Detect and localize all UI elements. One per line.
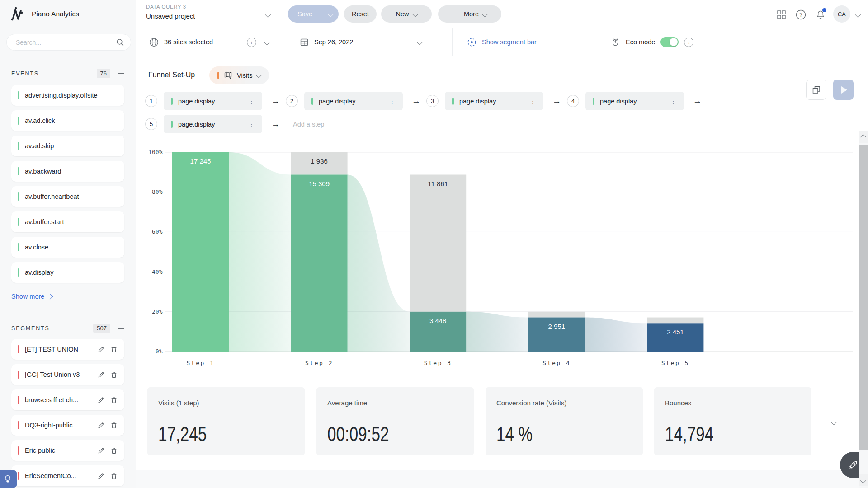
funnel-drop-step-3[interactable] <box>410 175 466 312</box>
funnel-bar-step-2[interactable] <box>291 175 348 352</box>
duplicate-funnel-button[interactable] <box>806 80 826 100</box>
metric-selector[interactable]: Visits <box>209 66 269 84</box>
date-picker[interactable]: Sep 26, 2022 <box>300 28 353 56</box>
event-list-item[interactable]: av.backward <box>11 161 124 182</box>
delete-trash-icon[interactable] <box>110 345 118 353</box>
user-avatar[interactable]: CA <box>833 5 850 23</box>
segment-list-item[interactable]: [GC] Test Union v3 <box>11 364 124 385</box>
segment-list-item[interactable]: [ET] TEST UNION <box>11 339 124 360</box>
event-color-bar <box>18 268 19 277</box>
event-list-item[interactable]: av.buffer.heartbeat <box>11 186 124 207</box>
eco-plant-icon <box>610 37 620 47</box>
edit-pencil-icon[interactable] <box>97 421 105 429</box>
arrow-right-icon: → <box>552 96 561 106</box>
bar-value-label: 15 309 <box>309 180 330 188</box>
brand-name: Piano Analytics <box>32 10 79 18</box>
kebab-menu-icon[interactable]: ⋮ <box>246 120 257 128</box>
hints-lightbulb-button[interactable] <box>0 470 17 488</box>
eco-mode-label: Eco mode <box>626 38 655 46</box>
edit-pencil-icon[interactable] <box>97 446 105 455</box>
event-list-item[interactable]: av.ad.skip <box>11 136 124 156</box>
search-box[interactable] <box>6 34 131 51</box>
edit-pencil-icon[interactable] <box>97 371 105 379</box>
x-axis-label: Step 2 <box>305 360 333 366</box>
scroll-down-button[interactable] <box>859 474 868 486</box>
segment-list-item[interactable]: Eric public <box>11 440 124 461</box>
kpi-label: Conversion rate (Visits) <box>496 399 567 407</box>
segment-list-item[interactable]: EricSegmentCo... <box>11 465 124 486</box>
funnel-drop-step-5[interactable] <box>647 318 703 324</box>
help-button[interactable]: ? <box>795 9 806 20</box>
run-funnel-button[interactable] <box>833 80 854 100</box>
step-color-bar <box>452 98 454 105</box>
date-label: Sep 26, 2022 <box>314 38 353 46</box>
funnel-step-chip[interactable]: page.display ⋮ <box>164 115 262 133</box>
kebab-menu-icon[interactable]: ⋮ <box>528 97 538 105</box>
event-list-item[interactable]: av.buffer.start <box>11 211 124 232</box>
save-button[interactable]: Save <box>288 5 339 23</box>
segments-collapse-icon[interactable] <box>118 325 124 331</box>
new-chevron-down-icon <box>412 11 418 17</box>
cards-collapse-chevron-icon[interactable] <box>831 419 837 425</box>
step-number: 2 <box>286 95 298 107</box>
funnel-step-chip[interactable]: page.display ⋮ <box>585 92 684 110</box>
new-label: New <box>396 10 409 18</box>
kebab-menu-icon[interactable]: ⋮ <box>387 97 397 105</box>
kpi-label: Average time <box>327 399 367 407</box>
segment-list-item[interactable]: DQ3-right-public... <box>11 415 124 436</box>
kebab-menu-icon[interactable]: ⋮ <box>668 97 679 105</box>
delete-trash-icon[interactable] <box>110 421 118 429</box>
copy-icon <box>811 85 821 95</box>
apps-grid-button[interactable] <box>776 9 787 20</box>
brand: Piano Analytics <box>9 5 79 23</box>
funnel-flow <box>348 175 410 352</box>
delete-trash-icon[interactable] <box>110 396 118 404</box>
search-input[interactable] <box>15 38 116 47</box>
edit-pencil-icon[interactable] <box>97 472 105 480</box>
date-chevron[interactable] <box>418 28 422 56</box>
event-list-item[interactable]: av.ad.click <box>11 110 124 131</box>
notifications-button[interactable] <box>815 9 826 20</box>
x-axis-label: Step 4 <box>542 360 571 366</box>
event-list-item[interactable]: av.display <box>11 262 124 283</box>
x-axis-label: Step 5 <box>661 360 689 366</box>
eco-mode-toggle[interactable] <box>660 37 679 47</box>
edit-pencil-icon[interactable] <box>97 396 105 404</box>
funnel-step-chip[interactable]: page.display ⋮ <box>304 92 403 110</box>
chevron-right-icon <box>47 294 53 300</box>
delete-trash-icon[interactable] <box>110 371 118 379</box>
funnel-step-chip[interactable]: page.display ⋮ <box>445 92 543 110</box>
scroll-up-button[interactable] <box>859 131 868 143</box>
funnel-steps-row-1: 1 page.display ⋮ → 2 page.display ⋮ → 3 … <box>145 92 708 110</box>
delete-trash-icon[interactable] <box>110 446 118 455</box>
show-segment-bar-link[interactable]: Show segment bar <box>467 28 537 56</box>
search-icon <box>116 38 124 47</box>
event-list-item[interactable]: av.close <box>11 237 124 258</box>
delete-trash-icon[interactable] <box>110 472 118 480</box>
new-button[interactable]: New <box>381 5 432 23</box>
add-step-placeholder[interactable]: Add a step <box>293 121 324 128</box>
funnel-map-icon <box>224 71 232 80</box>
funnel-bar-step-1[interactable] <box>172 152 229 352</box>
step-event-label: page.display <box>319 98 387 105</box>
sites-info[interactable]: i <box>247 28 256 56</box>
kebab-menu-icon[interactable]: ⋮ <box>246 97 257 105</box>
funnel-step-chip[interactable]: page.display ⋮ <box>164 92 262 110</box>
more-button[interactable]: ⋯ More <box>438 5 501 23</box>
event-list-item[interactable]: advertising.display.offsite <box>11 85 124 106</box>
sites-chevron[interactable] <box>265 28 269 56</box>
show-more-link[interactable]: Show more <box>11 293 52 300</box>
arrow-right-icon: → <box>693 96 702 106</box>
edit-pencil-icon[interactable] <box>97 345 105 353</box>
funnel-drop-step-4[interactable] <box>528 312 585 318</box>
scrollbar-thumb[interactable] <box>859 145 868 450</box>
site-selector[interactable]: 36 sites selected <box>149 28 213 56</box>
save-chevron-down-icon[interactable] <box>328 11 334 17</box>
segment-list-item[interactable]: browsers ff et ch... <box>11 389 124 410</box>
events-collapse-icon[interactable] <box>118 70 124 76</box>
segment-color-bar <box>18 371 19 379</box>
reset-button[interactable]: Reset <box>344 5 377 23</box>
eco-info-icon[interactable]: i <box>684 38 693 47</box>
funnel-bar-step-5[interactable] <box>647 323 703 352</box>
kpi-label: Visits (1 step) <box>158 399 199 407</box>
